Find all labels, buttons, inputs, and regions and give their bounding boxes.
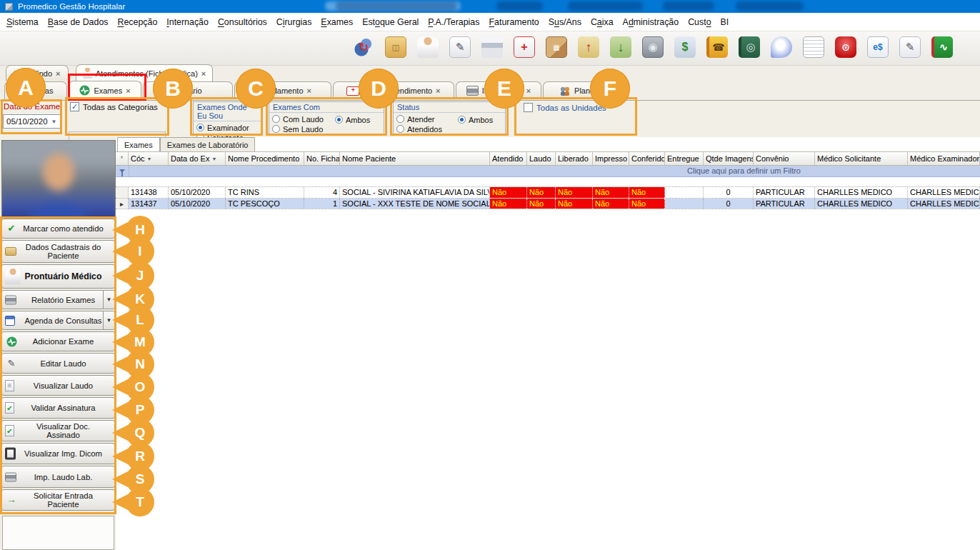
sem-laudo-radio[interactable]: Sem Laudo	[272, 124, 384, 134]
expense-down-icon[interactable]: ↓	[610, 36, 631, 58]
cell-no-ficha: 4	[304, 187, 340, 198]
radio-dot[interactable]	[396, 125, 404, 133]
hospital-bed-icon[interactable]	[481, 36, 503, 58]
atendidos-radio[interactable]: Atendidos	[396, 124, 505, 134]
column-header-laudo[interactable]: Laudo	[527, 152, 556, 165]
column-header-entregue[interactable]: Entregue	[665, 152, 704, 165]
radio-label: Atendidos	[407, 125, 442, 134]
grid-filter-hint: Clique aqui para definir um Filtro	[687, 166, 801, 175]
shutdown-icon[interactable]: ⊙	[835, 36, 856, 58]
invoice-report-icon[interactable]	[803, 36, 824, 58]
exam-date-combo[interactable]: 05/10/2020 ▼	[3, 114, 61, 129]
revenue-up-icon[interactable]: ↑	[578, 36, 599, 58]
phone-directory-icon[interactable]: ☎	[706, 36, 728, 58]
sidebar-button-relatorio-exames[interactable]: Relatório Exames▼	[1, 290, 115, 309]
sidebar-button-prontuario-medico[interactable]: Prontuário Médico	[1, 264, 115, 289]
radio-dot[interactable]	[396, 115, 404, 123]
radio-dot[interactable]	[335, 116, 343, 124]
billing-calculator-icon[interactable]: $	[674, 36, 696, 58]
menu-item-base-de-dados[interactable]: Base de Dados	[48, 17, 109, 27]
sidebar-button-editar-laudo[interactable]: ✎Editar Laudo	[1, 353, 115, 374]
checkbox-box[interactable]: ✓	[70, 102, 79, 111]
sidebar-button-imp-laudo-lab[interactable]: Imp. Laudo Lab.	[1, 466, 115, 488]
sidebar-button-dados-cadastrais-do-paciente[interactable]: Dados Cadastrais do Paciente	[1, 240, 115, 263]
grid-tab-exames-de-laboratorio[interactable]: Exames de Laboratório	[160, 137, 256, 151]
safe-icon[interactable]: ◉	[642, 36, 664, 58]
column-header-impresso[interactable]: Impresso	[593, 152, 629, 165]
menu-item-bi[interactable]: BI	[721, 17, 729, 27]
sidebar-button-agenda-de-consultas[interactable]: Agenda de Consultas▼	[1, 311, 115, 330]
radio-dot[interactable]	[272, 115, 280, 123]
close-icon[interactable]: ×	[436, 86, 440, 95]
doctor-icon[interactable]	[417, 36, 439, 58]
sidebar-button-visualizar-doc-assinado[interactable]: Visualizar Doc. Assinado	[1, 420, 115, 441]
menu-item-cirurgias[interactable]: Cirurgias	[276, 17, 312, 27]
menu-item-exames[interactable]: Exames	[321, 17, 353, 27]
redacted-text	[568, 1, 643, 11]
sidebar-button-adicionar-exame[interactable]: Adicionar Exame	[1, 331, 115, 351]
sidebar-button-visualizar-laudo[interactable]: Visualizar Laudo	[1, 375, 115, 396]
examinador-radio[interactable]: Examinador	[196, 123, 261, 132]
sidebar-button-label: Prontuário Médico	[25, 272, 102, 281]
ambos-status-radio[interactable]: Ambos	[458, 115, 493, 124]
all-units-checkbox[interactable]: Todas as Unidades	[524, 103, 606, 112]
checkbox-box[interactable]	[524, 103, 533, 112]
menu-item-sus-ans[interactable]: Sus/Ans	[549, 17, 581, 27]
menu-item-internacao[interactable]: Internação	[166, 17, 209, 27]
ambulance-icon[interactable]: +	[514, 36, 535, 58]
tab-exames[interactable]: Exames×	[69, 81, 141, 100]
column-header-convenio[interactable]: Convênio	[754, 152, 815, 165]
redacted-text	[496, 1, 543, 11]
close-icon[interactable]: ×	[201, 69, 206, 78]
column-header-atendido[interactable]: Atendido	[490, 152, 527, 165]
ambos-radio[interactable]: Ambos	[335, 115, 370, 124]
tab-atendimentos-ficha-medica[interactable]: Atendimentos (Ficha Médica)×	[76, 64, 213, 81]
column-header-medico-examinador[interactable]: Médico Examinador	[908, 152, 980, 165]
sidebar-button-validar-assinatura[interactable]: Validar Assinatura	[1, 397, 115, 419]
column-header-medico-solicitante[interactable]: Médico Solicitante	[815, 152, 908, 165]
radio-dot[interactable]	[458, 116, 466, 124]
menu-item-faturamento[interactable]: Faturamento	[489, 17, 539, 27]
patient-records-icon[interactable]: ◫	[385, 36, 406, 58]
all-categories-checkbox[interactable]: ✓Todas as Categorias	[70, 102, 158, 111]
close-icon[interactable]: ×	[307, 86, 311, 95]
messages-icon[interactable]	[771, 36, 792, 58]
column-header-no-ficha[interactable]: No. Ficha	[304, 152, 340, 165]
cell-medico-examinador: CHARLLES MEDICO	[908, 187, 980, 198]
menu-item-consultorios[interactable]: Consultórios	[218, 17, 267, 27]
signed-report-icon[interactable]: ✎	[899, 36, 921, 58]
sidebar-button-marcar-como-atendido[interactable]: ✔Marcar como atendido	[1, 219, 115, 239]
contract-icon[interactable]: ✎	[449, 36, 471, 58]
menu-item-custo[interactable]: Custo	[688, 17, 711, 27]
grid-filter-row[interactable]: Clique aqui para definir um Filtro	[116, 166, 980, 177]
menu-item-caixa[interactable]: Caixa	[591, 17, 614, 27]
column-header-conferido[interactable]: Conferido	[629, 152, 665, 165]
column-header-nome-procedimento[interactable]: Nome Procedimento	[226, 152, 304, 165]
close-icon[interactable]: ×	[526, 86, 531, 95]
column-header-data-do-ex[interactable]: Data do Ex▼	[169, 152, 226, 165]
sidebar-button-solicitar-entrada-paciente[interactable]: →Solicitar Entrada Paciente	[1, 489, 115, 511]
column-header-nome-paciente[interactable]: Nome Paciente	[340, 152, 490, 165]
grid-tab-exames[interactable]: Exames	[117, 137, 160, 151]
system-monitor-icon[interactable]: ∿	[931, 36, 953, 58]
menu-item-recepcao[interactable]: Recepção	[118, 17, 158, 27]
table-row[interactable]: 13143805/10/2020TC RINS4SOCIAL - SIVIRIN…	[116, 186, 980, 198]
column-header-liberado[interactable]: Liberado	[556, 152, 593, 165]
checkbox-label: Todas as Unidades	[536, 104, 606, 112]
table-row[interactable]: ▸13143705/10/2020TC PESCOÇO1SOCIAL - XXX…	[116, 198, 980, 209]
close-icon[interactable]: ×	[56, 69, 60, 78]
media-library-icon[interactable]: ◎	[739, 36, 760, 58]
electronic-invoice-icon[interactable]: e$	[867, 36, 889, 58]
menu-item-sistema[interactable]: Sistema	[6, 17, 39, 27]
menu-item-estoque-geral[interactable]: Estoque Geral	[362, 17, 419, 27]
column-header-coc[interactable]: Cóc▼	[129, 152, 169, 165]
sidebar-button-visualizar-img-dicom[interactable]: Visualizar Img. Dicom	[1, 443, 115, 464]
radio-dot[interactable]	[272, 125, 280, 133]
patient-transfer-icon[interactable]: ↻	[353, 36, 374, 58]
close-icon[interactable]: ×	[126, 86, 130, 95]
menu-item-p-a-terapias[interactable]: P.A./Terapias	[428, 17, 479, 27]
column-header-qtde-imagens[interactable]: Qtde Imagens	[704, 152, 754, 165]
radio-dot[interactable]	[196, 124, 204, 131]
inventory-icon[interactable]: ▦	[546, 36, 567, 58]
menu-item-administracao[interactable]: Administração	[623, 17, 679, 27]
